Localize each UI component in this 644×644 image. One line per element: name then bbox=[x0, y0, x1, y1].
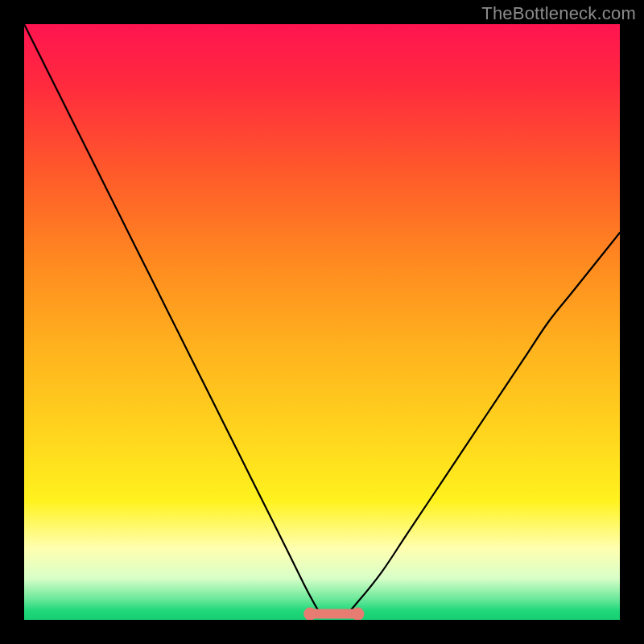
chart-frame: TheBottleneck.com bbox=[0, 0, 644, 644]
watermark-text: TheBottleneck.com bbox=[481, 3, 636, 24]
plot-area bbox=[24, 24, 620, 620]
curve-path bbox=[24, 24, 620, 615]
optimal-range-start-dot bbox=[303, 608, 316, 620]
optimal-range-end-dot bbox=[351, 608, 364, 620]
bottleneck-curve bbox=[24, 24, 620, 620]
